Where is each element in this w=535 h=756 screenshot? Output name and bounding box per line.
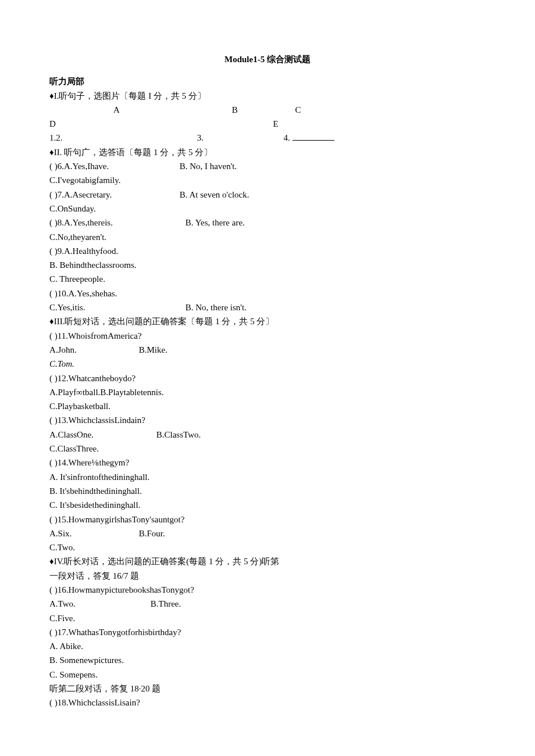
num-1-2: 1.2.	[49, 131, 195, 145]
page-title: Module1-5 综合测试题	[49, 52, 486, 66]
q7-row: ( )7.A.Asecretary. B. At seven o'clock.	[49, 188, 486, 202]
q9-b: B. Behindtheclassrooms.	[49, 258, 486, 272]
q10-b: B. No, there isn't.	[186, 303, 247, 312]
section1-instruction: ♦I.听句子，选图片〔每题 I 分，共 5 分〕	[49, 89, 486, 103]
q7-a: ( )7.A.Asecretary.	[49, 188, 177, 202]
image-labels-row1: A B C	[49, 103, 486, 117]
q15-c: C.Two.	[49, 540, 486, 554]
q17-c: C. Somepens.	[49, 668, 486, 682]
q16-q: ( )16.HowmanypicturebookshasTonygot?	[49, 583, 486, 597]
q14-a: A. It'sinfrontofthedininghall.	[49, 470, 486, 484]
q16-c: C.Five.	[49, 611, 486, 625]
q11-b: B.Mike.	[139, 345, 167, 354]
q18-q: ( )18.WhichclassisLisain?	[49, 696, 486, 710]
q15-row: A.Six. B.Four.	[49, 526, 486, 540]
q13-b: B.ClassTwo.	[156, 430, 201, 439]
q13-c: C.ClassThree.	[49, 442, 486, 456]
q16-row: A.Two. B.Three.	[49, 597, 486, 611]
q13-a: A.ClassOne.	[49, 428, 154, 442]
image-labels-row2: D E	[49, 117, 486, 131]
blank-answer-row: 1.2. 3. 4.	[49, 131, 486, 145]
q15-a: A.Six.	[49, 526, 137, 540]
q17-q: ( )17.WhathasTonygotforhisbirthday?	[49, 625, 486, 639]
q12-q: ( )12.Whatcantheboydo?	[49, 371, 486, 385]
q8-row: ( )8.A.Yes,thereis. B. Yes, there are.	[49, 216, 486, 230]
q17-a: A. Abike.	[49, 639, 486, 653]
section3-instruction: ♦III.听短对话，选出问题的正确答案〔每题 1 分，共 5 分〕	[49, 314, 486, 328]
q7-c: C.OnSunday.	[49, 202, 486, 216]
q12-c: C.Playbasketball.	[49, 399, 486, 413]
q8-a: ( )8.A.Yes,thereis.	[49, 216, 183, 230]
q15-b: B.Four.	[139, 529, 165, 538]
q9-a: ( )9.A.Healthyfood.	[49, 244, 486, 258]
q16-b: B.Three.	[151, 599, 181, 608]
q8-b: B. Yes, there are.	[186, 218, 245, 227]
q8-c: C.No,theyaren't.	[49, 230, 486, 244]
num-3: 3.	[197, 131, 281, 145]
q7-b: B. At seven o'clock.	[180, 190, 249, 199]
label-e: E	[273, 119, 279, 128]
section4-instruction: ♦IV.听长对话，选出问题的正确答案(每题 1 分，共 5 分)听第一段对话，答…	[49, 554, 282, 583]
q11-c: C.Tom.	[49, 357, 486, 371]
label-c: C	[295, 105, 301, 114]
label-a: A	[113, 105, 119, 114]
q10-row: C.Yes,itis. B. No, there isn't.	[49, 300, 486, 314]
q6-a: ( )6.A.Yes,Ihave.	[49, 159, 177, 173]
listening-header: 听力局部	[49, 74, 486, 88]
q14-q: ( )14.Where¹⁄₈thegym?	[49, 456, 486, 470]
q12-ab: A.Playf∞tball.B.Playtabletennis.	[49, 385, 486, 399]
dialogue2-note: 听第二段对话，答复 18·20 题	[49, 682, 486, 696]
q11-a: A.John.	[49, 343, 137, 357]
q11-q: ( )11.WhoisfromAmerica?	[49, 329, 486, 343]
q13-q: ( )13.WhichclassisLindain?	[49, 413, 486, 427]
q6-b: B. No, I haven't.	[180, 162, 237, 171]
q10-c: C.Yes,itis.	[49, 300, 183, 314]
q13-row: A.ClassOne. B.ClassTwo.	[49, 428, 486, 442]
q9-c: C. Threepeople.	[49, 272, 486, 286]
q17-b: B. Somenewpictures.	[49, 653, 486, 667]
q15-q: ( )15.HowmanygirlshasTony'sauntgot?	[49, 513, 486, 526]
q14-b: B. It'sbehindthedininghall.	[49, 484, 486, 498]
q6-c: C.I'vegotabigfamily.	[49, 173, 486, 187]
q14-c: C. It'sbesidethedininghall.	[49, 498, 486, 512]
label-b: B	[232, 105, 238, 114]
num-4: 4.	[284, 133, 290, 142]
label-d: D	[49, 119, 56, 128]
section2-instruction: ♦II. 听句广，选答语〔每题 1 分，共 5 分〕	[49, 145, 486, 159]
q11-row: A.John. B.Mike.	[49, 343, 486, 357]
q6-row: ( )6.A.Yes,Ihave. B. No, I haven't.	[49, 159, 486, 173]
q16-a: A.Two.	[49, 597, 148, 611]
blank-underline[interactable]	[293, 131, 334, 141]
q10-a: ( )10.A.Yes,shehas.	[49, 286, 486, 300]
